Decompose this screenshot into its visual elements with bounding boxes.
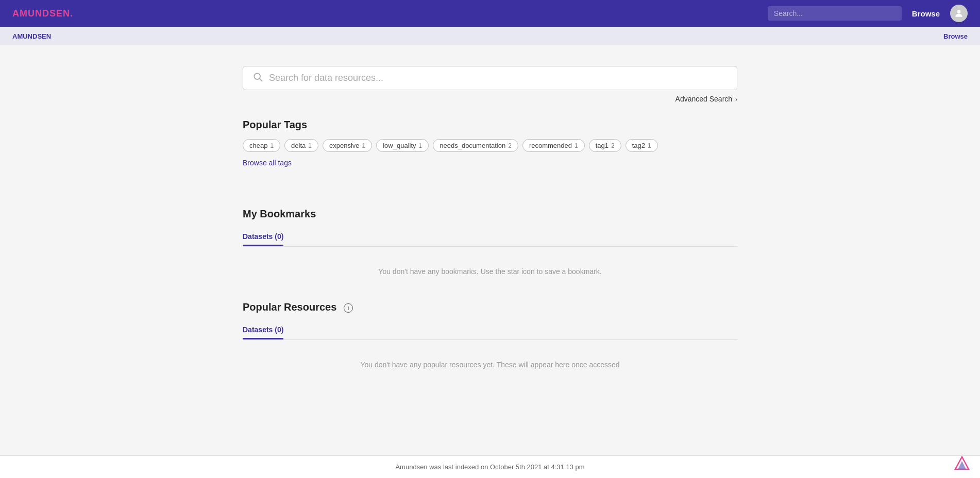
search-icon [252, 72, 263, 84]
navbar-brand-accent: . [70, 8, 73, 19]
tag-chip[interactable]: needs_documentation 2 [433, 139, 518, 152]
search-input[interactable] [269, 73, 728, 83]
my-bookmarks-title: My Bookmarks [243, 208, 737, 220]
tag-name: delta [291, 142, 306, 149]
footer-logo [954, 456, 970, 473]
tag-count: 1 [362, 142, 366, 149]
browse-all-tags-link[interactable]: Browse all tags [243, 159, 292, 167]
resources-tab-bar: Datasets (0) [243, 321, 737, 340]
svg-point-0 [957, 10, 961, 13]
main-content: Advanced Search › Popular Tags cheap 1de… [232, 45, 748, 436]
chevron-right-icon: › [735, 96, 737, 103]
popular-tags-title: Popular Tags [243, 119, 737, 131]
svg-line-2 [260, 79, 262, 81]
popular-resources-title-text: Popular Resources [243, 301, 336, 313]
popular-resources-title: Popular Resources i [243, 301, 737, 313]
tag-count: 1 [308, 142, 312, 149]
navbar-search-input[interactable] [768, 6, 902, 21]
tag-count: 1 [270, 142, 274, 149]
sub-navbar-brand: AMUNDSEN [12, 32, 51, 40]
my-bookmarks-section: My Bookmarks Datasets (0) You don't have… [243, 208, 737, 281]
footer-indexed-text: Amundsen was last indexed on October 5th… [395, 463, 584, 471]
advanced-search-label: Advanced Search [675, 95, 733, 103]
search-box [243, 66, 737, 90]
user-icon [954, 8, 964, 19]
tag-chip[interactable]: cheap 1 [243, 139, 280, 152]
tag-name: recommended [529, 142, 572, 149]
navbar-browse-button[interactable]: Browse [912, 9, 940, 18]
resources-empty-message: You don't have any popular resources yet… [243, 350, 737, 374]
tag-name: expensive [329, 142, 360, 149]
tag-name: tag2 [632, 142, 645, 149]
sub-navbar: AMUNDSEN Browse [0, 27, 980, 45]
navbar-right: Browse [768, 5, 968, 22]
tag-count: 1 [648, 142, 651, 149]
tag-chip[interactable]: recommended 1 [522, 139, 585, 152]
amundsen-logo-icon [954, 456, 970, 471]
tags-container: cheap 1delta 1expensive 1low_quality 1ne… [243, 139, 737, 152]
resources-datasets-tab[interactable]: Datasets (0) [243, 321, 283, 339]
search-container [243, 66, 737, 90]
tag-chip[interactable]: low_quality 1 [376, 139, 429, 152]
tag-name: needs_documentation [440, 142, 505, 149]
advanced-search-anchor[interactable]: Advanced Search › [675, 95, 737, 103]
tag-chip[interactable]: tag1 2 [589, 139, 621, 152]
tag-name: low_quality [383, 142, 416, 149]
tag-count: 2 [508, 142, 512, 149]
tag-name: tag1 [596, 142, 609, 149]
advanced-search-link: Advanced Search › [243, 94, 737, 104]
info-icon: i [344, 303, 353, 313]
bookmarks-tab-bar: Datasets (0) [243, 228, 737, 247]
popular-resources-section: Popular Resources i Datasets (0) You don… [243, 301, 737, 374]
tag-count: 1 [575, 142, 578, 149]
tag-count: 2 [611, 142, 615, 149]
bookmarks-empty-message: You don't have any bookmarks. Use the st… [243, 257, 737, 281]
tag-name: cheap [249, 142, 267, 149]
bookmarks-datasets-tab[interactable]: Datasets (0) [243, 228, 283, 246]
sub-navbar-browse[interactable]: Browse [943, 32, 968, 40]
popular-tags-section: Popular Tags cheap 1delta 1expensive 1lo… [243, 119, 737, 187]
tag-chip[interactable]: tag2 1 [626, 139, 658, 152]
navbar-brand: AMUNDSEN. [12, 8, 73, 19]
tag-count: 1 [419, 142, 423, 149]
navbar-brand-text: AMUNDSEN [12, 8, 70, 19]
navbar-avatar[interactable] [950, 5, 968, 22]
tag-chip[interactable]: delta 1 [284, 139, 318, 152]
navbar: AMUNDSEN. Browse [0, 0, 980, 27]
footer: Amundsen was last indexed on October 5th… [0, 455, 980, 478]
tag-chip[interactable]: expensive 1 [323, 139, 372, 152]
svg-point-1 [254, 73, 260, 79]
